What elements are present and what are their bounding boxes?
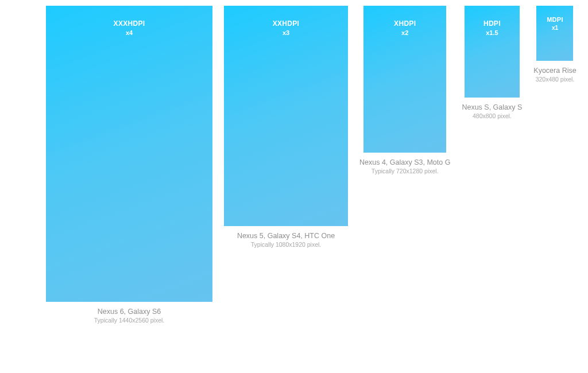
density-resolution: Typically 1080x1920 pixel.: [237, 241, 335, 248]
density-xhdpi: XHDPI x2 Nexus 4, Galaxy S3, Moto G Typi…: [359, 6, 450, 174]
density-caption: Nexus 5, Galaxy S4, HTC One Typically 10…: [237, 232, 335, 248]
density-multiplier: x4: [126, 29, 133, 36]
density-box-xhdpi: XHDPI x2: [363, 6, 446, 153]
density-box-xxxhdpi: XXXHDPI x4: [46, 6, 212, 302]
density-box-xxhdpi: XXHDPI x3: [224, 6, 348, 226]
density-mdpi: MDPI x1 Kyocera Rise 320x480 pixel.: [533, 6, 576, 83]
density-hdpi: HDPI x1.5 Nexus S, Galaxy S 480x800 pixe…: [462, 6, 522, 119]
density-multiplier: x3: [283, 29, 289, 36]
density-devices: Kyocera Rise: [533, 67, 576, 75]
density-devices: Nexus 6, Galaxy S6: [94, 308, 165, 316]
density-multiplier: x1.5: [486, 29, 498, 36]
density-resolution: Typically 1440x2560 pixel.: [94, 317, 165, 324]
density-label: XXHDPI: [273, 20, 299, 28]
density-label: HDPI: [483, 20, 501, 28]
density-diagram: XXXHDPI x4 Nexus 6, Galaxy S6 Typically …: [46, 6, 588, 324]
density-devices: Nexus 4, Galaxy S3, Moto G: [359, 158, 450, 166]
density-resolution: 480x800 pixel.: [462, 112, 522, 119]
density-devices: Nexus S, Galaxy S: [462, 103, 522, 111]
density-caption: Nexus 4, Galaxy S3, Moto G Typically 720…: [359, 158, 450, 174]
density-resolution: 320x480 pixel.: [533, 76, 576, 83]
density-multiplier: x1: [552, 25, 558, 31]
density-devices: Nexus 5, Galaxy S4, HTC One: [237, 232, 335, 240]
density-box-hdpi: HDPI x1.5: [465, 6, 520, 98]
density-resolution: Typically 720x1280 pixel.: [359, 168, 450, 174]
density-caption: Nexus 6, Galaxy S6 Typically 1440x2560 p…: [94, 308, 165, 324]
density-xxxhdpi: XXXHDPI x4 Nexus 6, Galaxy S6 Typically …: [46, 6, 212, 324]
density-label: XHDPI: [394, 20, 416, 28]
density-caption: Nexus S, Galaxy S 480x800 pixel.: [462, 103, 522, 119]
density-label: MDPI: [547, 16, 563, 23]
density-box-mdpi: MDPI x1: [536, 6, 573, 61]
density-multiplier: x2: [401, 29, 408, 36]
density-label: XXXHDPI: [114, 20, 145, 28]
density-caption: Kyocera Rise 320x480 pixel.: [533, 67, 576, 83]
density-xxhdpi: XXHDPI x3 Nexus 5, Galaxy S4, HTC One Ty…: [224, 6, 348, 248]
